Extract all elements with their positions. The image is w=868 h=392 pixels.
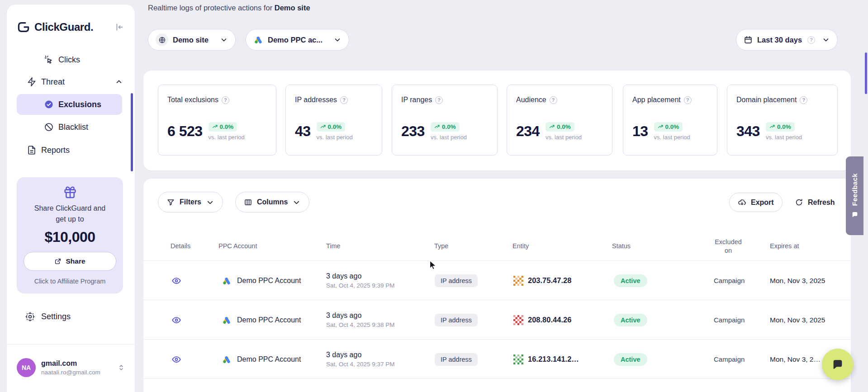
column-header-status: Status — [612, 242, 631, 250]
stat-ip-ranges: IP ranges 233 0.0% vs. last period — [392, 85, 498, 156]
sidebar-item-reports[interactable]: Reports — [7, 140, 135, 161]
stat-value: 6 523 — [167, 123, 203, 140]
filters-label: Filters — [180, 198, 201, 206]
entity-identicon — [513, 354, 523, 364]
status-badge: Active — [614, 314, 647, 326]
stat-title: Total exclusions — [167, 96, 218, 104]
sidebar-item-clicks[interactable]: Clicks — [7, 49, 135, 70]
refresh-icon — [795, 198, 803, 207]
filter-icon — [166, 198, 175, 207]
chevron-down-icon — [206, 198, 214, 207]
profile-menu[interactable]: NA gmail.com naatali.ro@gmail.com — [7, 352, 135, 383]
delta-value: 0.0% — [442, 123, 456, 130]
chevron-down-icon — [822, 36, 830, 44]
columns-icon — [244, 198, 252, 207]
delta-badge: 0.0% — [654, 122, 683, 132]
stat-caption: vs. last period — [766, 134, 802, 141]
expires-at-value: Mon, Nov 3, 2025 — [770, 277, 825, 285]
entity-value: 16.213.141.2… — [528, 355, 579, 364]
chevron-down-icon — [292, 198, 301, 207]
help-icon[interactable] — [340, 96, 348, 104]
sidebar-item-threat[interactable]: Threat — [7, 71, 135, 92]
profile-name: gmail.com — [41, 359, 100, 368]
trending-up-icon — [320, 124, 326, 130]
time-relative: 3 days ago — [326, 351, 361, 359]
delta-value: 0.0% — [665, 123, 679, 130]
chevron-down-icon — [333, 36, 342, 44]
external-link-icon — [54, 258, 62, 265]
view-details-eye-icon[interactable] — [171, 354, 181, 364]
help-icon[interactable] — [550, 96, 557, 104]
column-header-ppc-account: PPC Account — [218, 242, 257, 250]
type-badge: IP address — [435, 353, 478, 366]
ban-icon — [44, 122, 54, 132]
stat-app-placement: App placement 13 0.0% vs. last period — [623, 85, 717, 156]
table-row: Demo PPC Account 3 days ago Sat, Oct 4, … — [143, 300, 851, 339]
help-icon[interactable] — [684, 96, 692, 104]
share-button[interactable]: Share — [24, 252, 116, 271]
status-badge: Active — [614, 274, 647, 287]
promo-text-line2: get up to — [17, 214, 123, 225]
filters-dropdown-button[interactable]: Filters — [158, 192, 223, 213]
entity-identicon — [513, 315, 523, 325]
table-row: 3 days ago — [143, 378, 851, 392]
date-range-dropdown[interactable]: Last 30 days — [736, 29, 838, 51]
page-subtitle: Realtime logs of protective actions for … — [148, 4, 310, 12]
document-icon — [27, 145, 37, 155]
trending-up-icon — [212, 124, 218, 130]
site-selector-dropdown[interactable]: Demo site — [148, 29, 236, 51]
view-details-eye-icon[interactable] — [171, 315, 181, 325]
view-details-eye-icon[interactable] — [171, 276, 181, 286]
columns-dropdown-button[interactable]: Columns — [235, 192, 309, 213]
sidebar-item-blacklist[interactable]: Blacklist — [7, 117, 135, 137]
gear-icon — [25, 312, 35, 322]
chevron-updown-icon — [117, 363, 126, 372]
delta-badge: 0.0% — [766, 122, 795, 132]
help-icon[interactable] — [807, 36, 815, 44]
help-icon[interactable] — [800, 96, 807, 104]
time-relative: 3 days ago — [326, 272, 361, 280]
column-header-time: Time — [326, 242, 341, 250]
trending-up-icon — [549, 124, 555, 130]
delta-value: 0.0% — [777, 123, 791, 130]
stat-caption: vs. last period — [317, 134, 353, 141]
stats-summary-card: Total exclusions 6 523 0.0% vs. last per… — [143, 71, 851, 170]
refresh-label: Refresh — [808, 198, 835, 207]
entity-value: 208.80.44.26 — [528, 316, 571, 324]
stat-value: 43 — [295, 123, 311, 140]
refresh-button[interactable]: Refresh — [791, 193, 839, 212]
sidebar-item-label: Threat — [41, 77, 65, 87]
columns-label: Columns — [257, 198, 288, 206]
sidebar-divider — [7, 344, 135, 345]
export-button[interactable]: Export — [729, 193, 783, 212]
ppc-account-selector-dropdown[interactable]: Demo PPC ac... — [246, 29, 349, 51]
sidebar-item-settings[interactable]: Settings — [7, 306, 135, 327]
export-label: Export — [751, 198, 774, 207]
page-scrollbar-thumb[interactable] — [865, 52, 867, 94]
affiliate-program-link[interactable]: Click to Affiliate Program — [17, 278, 123, 285]
sidebar-collapse-button[interactable] — [113, 21, 125, 33]
gift-icon — [63, 185, 77, 199]
type-badge: IP address — [435, 314, 478, 326]
stat-title: Audience — [516, 96, 546, 104]
google-ads-icon — [253, 35, 263, 45]
chat-launcher-button[interactable] — [822, 349, 854, 380]
help-icon[interactable] — [435, 96, 443, 104]
feedback-chat-icon — [851, 211, 859, 218]
sidebar-header: ClickGuard. — [7, 18, 135, 36]
google-ads-icon — [222, 354, 232, 364]
sidebar-scrollbar-thumb[interactable] — [131, 93, 133, 171]
lightning-icon — [27, 77, 37, 87]
help-icon[interactable] — [222, 96, 229, 104]
type-badge: IP address — [435, 274, 478, 287]
stat-title: IP addresses — [295, 96, 337, 104]
feedback-tab[interactable]: Feedback — [846, 156, 863, 235]
stat-domain-placement: Domain placement 343 0.0% vs. last perio… — [727, 85, 838, 156]
trending-up-icon — [658, 124, 664, 130]
sidebar: ClickGuard. Clicks Threat — [7, 5, 135, 392]
profile-texts: gmail.com naatali.ro@gmail.com — [41, 359, 100, 376]
stat-value: 233 — [401, 123, 425, 140]
stat-title: IP ranges — [401, 96, 432, 104]
sidebar-item-exclusions[interactable]: Exclusions — [17, 94, 122, 115]
expires-at-value: Mon, Nov 3, 2… — [770, 355, 821, 364]
